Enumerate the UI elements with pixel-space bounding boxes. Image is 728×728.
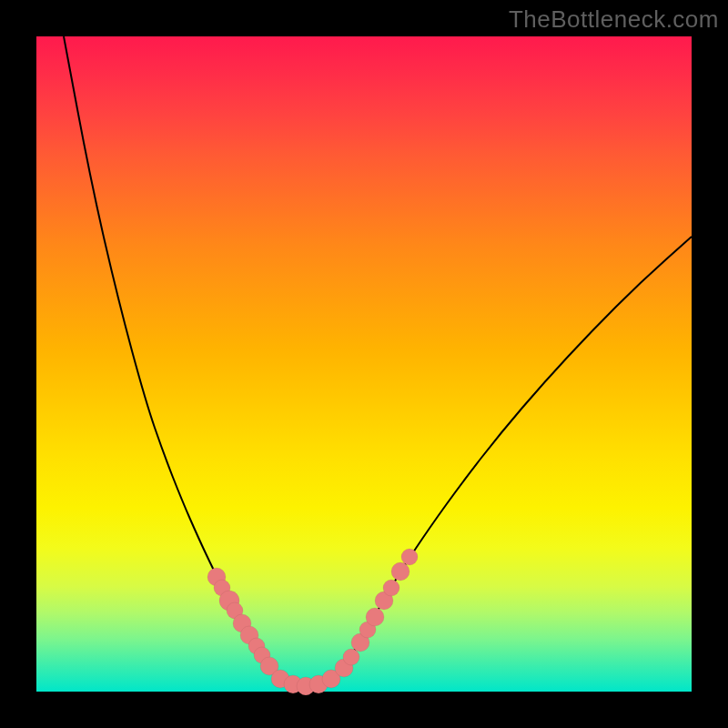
chart-svg xyxy=(36,36,692,692)
curve-group xyxy=(64,36,692,686)
dots-valley xyxy=(271,670,340,695)
data-dot xyxy=(366,608,384,626)
chart-stage: TheBottleneck.com xyxy=(0,0,728,728)
data-dot xyxy=(391,562,410,581)
right-curve xyxy=(337,237,692,676)
data-dot xyxy=(343,649,359,665)
dots-left xyxy=(207,568,278,675)
left-curve xyxy=(64,36,278,676)
data-dot xyxy=(383,580,399,596)
data-dot xyxy=(401,549,418,565)
watermark-text: TheBottleneck.com xyxy=(509,5,719,34)
dots-right xyxy=(335,549,418,677)
gradient-panel xyxy=(36,36,692,692)
